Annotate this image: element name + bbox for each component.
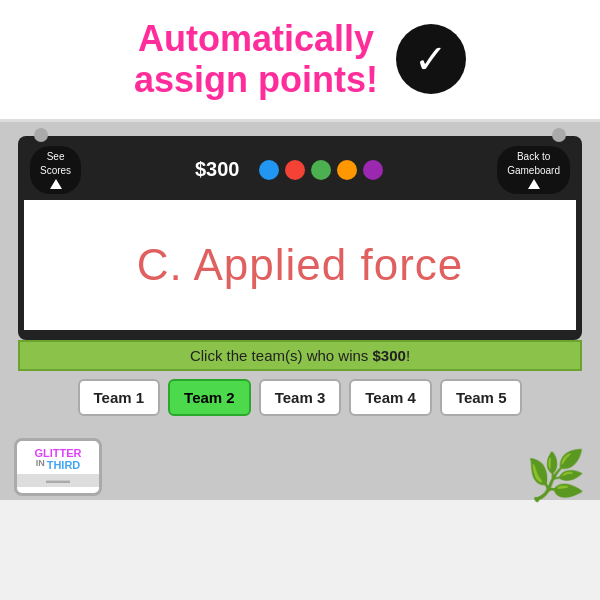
team-buttons: Team 1 Team 2 Team 3 Team 4 Team 5 (78, 379, 523, 422)
see-scores-label-line2: Scores (40, 165, 71, 177)
dot-2 (285, 160, 305, 180)
dot-1 (259, 160, 279, 180)
whiteboard: See Scores $300 Back to Gameboard C. App… (18, 136, 582, 340)
answer-text: C. Applied force (137, 240, 464, 290)
logo-top: GLITTER (34, 447, 81, 459)
back-to-gameboard-button[interactable]: Back to Gameboard (497, 146, 570, 194)
dot-4 (337, 160, 357, 180)
win-bar: Click the team(s) who wins $300! (18, 340, 582, 371)
bottom-area: GLITTER IN THIRD ▬▬▬ 🌿 (0, 430, 600, 500)
see-scores-button[interactable]: See Scores (30, 146, 81, 194)
logo-third: THIRD (47, 459, 81, 471)
back-gameboard-label-line1: Back to (517, 151, 550, 163)
logo-glitter: GLITTER (34, 447, 81, 459)
logo-in-third: IN THIRD (36, 459, 81, 471)
team-4-button[interactable]: Team 4 (349, 379, 432, 416)
team-3-button[interactable]: Team 3 (259, 379, 342, 416)
banner-title: Automaticallyassign points! (134, 18, 378, 101)
team-1-button[interactable]: Team 1 (78, 379, 161, 416)
check-icon: ✓ (414, 39, 448, 79)
team-2-button[interactable]: Team 2 (168, 379, 251, 416)
logo-box: GLITTER IN THIRD ▬▬▬ (14, 438, 102, 496)
logo-tagline: ▬▬▬ (17, 474, 99, 487)
dot-3 (311, 160, 331, 180)
check-circle: ✓ (396, 24, 466, 94)
team-5-button[interactable]: Team 5 (440, 379, 523, 416)
win-bar-highlight: $300 (373, 347, 406, 364)
price-tag: $300 (195, 158, 240, 181)
back-gameboard-label-line2: Gameboard (507, 165, 560, 177)
see-scores-label-line1: See (47, 151, 65, 163)
wb-content: C. Applied force (24, 200, 576, 330)
up-arrow-icon-right (528, 179, 540, 189)
top-banner: Automaticallyassign points! ✓ (0, 0, 600, 122)
win-bar-text-after: ! (406, 347, 410, 364)
price-dots-area: $300 (195, 158, 384, 181)
wb-top-bar: See Scores $300 Back to Gameboard (24, 142, 576, 200)
win-bar-text-before: Click the team(s) who wins (190, 347, 373, 364)
plant-icon: 🌿 (526, 448, 586, 504)
whiteboard-container: See Scores $300 Back to Gameboard C. App… (0, 122, 600, 430)
dot-5 (363, 160, 383, 180)
up-arrow-icon (50, 179, 62, 189)
logo-in: IN (36, 459, 45, 471)
